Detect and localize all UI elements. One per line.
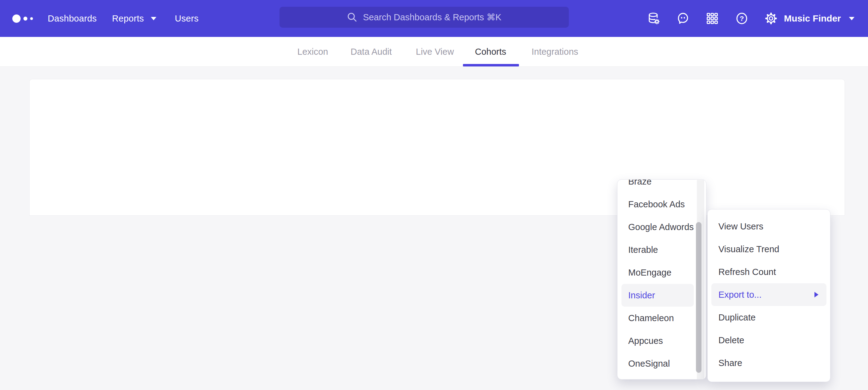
menu-item-refresh-count[interactable]: Refresh Count — [708, 261, 830, 283]
menu-item-delete[interactable]: Delete — [708, 329, 830, 352]
section-tabbar: Lexicon Data Audit Live View Cohorts Int… — [0, 37, 868, 67]
nav-link-users[interactable]: Users — [175, 0, 198, 37]
menu-item-appcues[interactable]: Appcues — [617, 329, 706, 352]
tab-live-view[interactable]: Live View — [416, 37, 454, 66]
menu-item-view-users[interactable]: View Users — [708, 215, 830, 238]
cohort-actions-menu: View Users Visualize Trend Refresh Count… — [707, 209, 831, 382]
nav-link-reports[interactable]: Reports — [112, 0, 156, 37]
feedback-icon[interactable] — [676, 12, 690, 25]
menu-item-moengage[interactable]: MoEngage — [617, 261, 706, 284]
menu-item-share[interactable]: Share — [708, 352, 830, 374]
global-search-placeholder: Search Dashboards & Reports ⌘K — [363, 12, 501, 23]
chevron-down-icon — [849, 17, 855, 20]
menu-item-export-to[interactable]: Export to... — [711, 283, 827, 306]
project-switcher[interactable]: Music Finder — [784, 0, 855, 37]
tab-cohorts[interactable]: Cohorts — [475, 37, 506, 66]
project-name: Music Finder — [784, 13, 841, 24]
tab-integrations[interactable]: Integrations — [532, 37, 578, 66]
menu-item-google-adwords[interactable]: Google Adwords — [617, 216, 706, 238]
menu-item-visualize-trend[interactable]: Visualize Trend — [708, 238, 830, 261]
apps-grid-icon[interactable] — [706, 12, 719, 25]
svg-text:?: ? — [740, 14, 744, 23]
chevron-down-icon — [151, 17, 156, 20]
help-icon[interactable]: ? — [735, 12, 749, 25]
submenu-arrow-icon — [814, 292, 818, 297]
scrollbar-thumb[interactable] — [696, 222, 702, 373]
settings-gear-icon[interactable] — [764, 12, 778, 25]
menu-item-facebook-ads[interactable]: Facebook Ads — [617, 193, 706, 216]
menu-item-braze[interactable]: Braze — [617, 179, 706, 193]
menu-item-iterable[interactable]: Iterable — [617, 238, 706, 261]
tab-lexicon[interactable]: Lexicon — [297, 37, 328, 66]
menu-item-chameleon[interactable]: Chameleon — [617, 307, 706, 329]
cohorts-card — [29, 79, 845, 216]
database-gear-icon[interactable] — [647, 12, 660, 25]
tab-data-audit[interactable]: Data Audit — [350, 37, 392, 66]
menu-item-insider[interactable]: Insider — [621, 284, 694, 307]
export-destinations-menu: Braze Facebook Ads Google Adwords Iterab… — [617, 179, 706, 380]
top-navbar: Dashboards Reports Users Search Dashboar… — [0, 0, 868, 37]
global-search-input[interactable]: Search Dashboards & Reports ⌘K — [279, 7, 569, 28]
search-icon — [347, 12, 358, 23]
mixpanel-logo-icon[interactable] — [12, 0, 33, 37]
nav-link-dashboards[interactable]: Dashboards — [48, 0, 97, 37]
menu-item-duplicate[interactable]: Duplicate — [708, 306, 830, 329]
menu-item-onesignal[interactable]: OneSignal — [617, 352, 706, 375]
scrollbar-track[interactable] — [697, 180, 704, 380]
active-tab-indicator — [463, 64, 519, 66]
